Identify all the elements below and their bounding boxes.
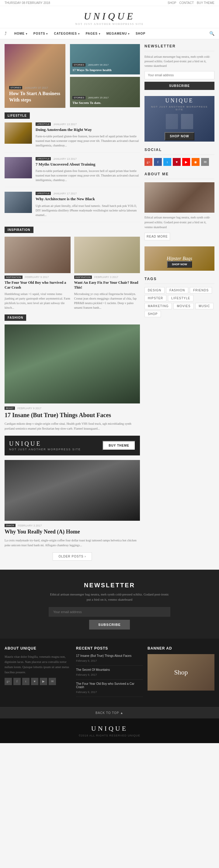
lifestyle-post-1-date: JANUARY 13 2017 [53, 123, 77, 126]
footer-newsletter-input[interactable] [49, 607, 170, 617]
footer-social-yt[interactable]: ▶ [40, 678, 47, 685]
lifestyle-post-1-title[interactable]: Doing Amsterdam the Right Way [35, 127, 140, 132]
inspiration-post-2: INSPIRATION FEBRUARY 3 2017 Want An Easy… [74, 237, 140, 310]
top-link-theme[interactable]: BUY THEME [197, 1, 214, 5]
tag-friends[interactable]: FRIENDS [190, 287, 212, 293]
top-bar-date: THURSDAY 08 FEBRUARY 2018 [5, 1, 50, 5]
lifestyle-post-2-date: JANUARY 13 2017 [53, 157, 77, 160]
footer-newsletter-button[interactable]: SUBSCRIBE [89, 620, 130, 629]
recent-post-3-link[interactable]: The Four Year Old Boy who Survived a Car… [76, 682, 143, 689]
footer-social-tw[interactable]: t [22, 678, 29, 685]
footer-about-text: Mauris vitae dolor fringilla, venenatis … [5, 654, 72, 675]
search-icon[interactable]: 🔍 [209, 31, 214, 36]
fashion-post-title[interactable]: 17 Insane (But True) Things About Faces [5, 411, 140, 419]
feat2-meta: STORIES JANUARY 25 2017 [73, 96, 109, 99]
hero-post: STORIES JANUARY 07 2017 How To Start A B… [5, 44, 65, 108]
footer-social-gplus[interactable]: g+ [5, 678, 12, 685]
footer-newsletter: NEWSLETTER Ethical artisan messenger bag… [0, 570, 219, 639]
tag-hipster[interactable]: HIPSTER [144, 295, 166, 301]
tag-shop[interactable]: SHOP [144, 311, 161, 317]
tag-music[interactable]: MUSIC [195, 303, 213, 309]
nav-posts[interactable]: POSTS ▾ [30, 28, 51, 39]
inspiration-post-1-title[interactable]: The Four Year Old Boy who Survived a Car… [5, 280, 71, 290]
social-icons-list: g+ f t ♥ ▶ ◉ ✉ [144, 158, 214, 166]
featured-side: STORIES JANUARY 06 2017 17 Ways To Impro… [70, 44, 140, 108]
feat2-title[interactable]: The Secrets To date. [73, 100, 109, 105]
footer-recent-col: RECENT POSTS 17 Insane (But True) Things… [76, 646, 143, 700]
main-nav: ⤴ HOME ▾ POSTS ▾ CATEGORIES ▾ PAGES ▾ ME… [0, 28, 219, 39]
lifestyle-post-3-title[interactable]: Why Architecture is the New Black [35, 196, 140, 202]
recent-post-1-link[interactable]: 17 Insane (But True) Things About Faces [76, 654, 143, 657]
social-icon-pinterest[interactable]: ♥ [173, 158, 181, 166]
content-area: STORIES JANUARY 07 2017 How To Start A B… [5, 44, 140, 565]
nav-pages[interactable]: PAGES ▾ [83, 28, 103, 39]
recent-post-3-date: February 9, 2017 [76, 690, 97, 693]
tag-lifestyle[interactable]: LIFESTYLE [168, 295, 193, 301]
social-icon-gplus[interactable]: g+ [144, 158, 153, 166]
tags-widget-title: TAGS [144, 277, 214, 284]
insp2-category: INSPIRATION [74, 276, 92, 279]
main-container: STORIES JANUARY 07 2017 How To Start A B… [0, 39, 219, 570]
recent-post-1-date: February 9, 2017 [76, 659, 97, 662]
buy-theme-button[interactable]: BUY THEME [103, 441, 135, 450]
older-posts-button[interactable]: OLDER POSTS › [53, 552, 91, 561]
about-read-more-button[interactable]: READ MORE [144, 233, 170, 240]
feat1-meta: STORIES JANUARY 06 2017 [73, 63, 112, 66]
tag-fashion[interactable]: FASHION [166, 287, 188, 293]
top-bar: THURSDAY 08 FEBRUARY 2018 SHOP CONTACT B… [0, 0, 219, 6]
nav-megamenu[interactable]: MEGAMENU ▾ [103, 28, 133, 39]
inspiration-post-2-title[interactable]: Want An Easy Fix For Your Chair? Read Th… [74, 280, 140, 290]
hipster-shop-button[interactable]: SHOP NOW [167, 261, 192, 268]
lifestyle-post-3-date: JANUARY 17 2017 [53, 192, 77, 195]
shop-now-button[interactable]: SHOP NOW [165, 132, 194, 141]
social-icon-youtube[interactable]: ▶ [182, 158, 190, 166]
nav-menu: HOME ▾ POSTS ▾ CATEGORIES ▾ PAGES ▾ MEGA… [11, 28, 148, 39]
social-icon-facebook[interactable]: f [154, 158, 162, 166]
footer-social-pin[interactable]: ♥ [31, 678, 38, 685]
feat2-date: JANUARY 25 2017 [88, 96, 109, 99]
site-logo[interactable]: UNIQUE [0, 11, 219, 22]
tags-widget: TAGS DESIGN FASHION FRIENDS HIPSTER LIFE… [144, 277, 214, 317]
banner-ad-shop-text: Shop [174, 669, 188, 676]
sidebar: NEWSLETTER Ethical artisan messenger bag… [144, 44, 214, 565]
newsletter-email-input[interactable] [144, 71, 214, 79]
social-icon-rss[interactable]: ◉ [192, 158, 199, 166]
footer-social: g+ f t ♥ ▶ ✉ [5, 678, 72, 685]
lifestyle-post-1-category: LIFESTYLE [35, 122, 51, 126]
nav-home[interactable]: HOME ▾ [11, 28, 30, 39]
lifestyle-post-3-thumb [5, 192, 32, 213]
lifestyle-post-1-image [5, 122, 32, 144]
share-icon[interactable]: ⤴ [5, 31, 7, 36]
social-icon-email[interactable]: ✉ [201, 158, 209, 166]
home-post-title[interactable]: Why You Really Need (A) Home [5, 528, 140, 535]
about-image [144, 182, 214, 213]
social-icon-twitter[interactable]: t [163, 158, 171, 166]
newsletter-subscribe-button[interactable]: SUBSCRIBE [144, 82, 214, 90]
newsletter-widget: NEWSLETTER Ethical artisan messenger bag… [144, 44, 214, 90]
home-post-category: SNACK [5, 524, 16, 527]
footer-recent-title: RECENT POSTS [76, 646, 143, 650]
top-link-shop[interactable]: SHOP [168, 1, 176, 5]
social-widget-title: SOCIAL [144, 148, 214, 155]
ad-banner: UNIQUE NOT JUST ANOTHER WORDPRESS SITE B… [5, 436, 140, 456]
hero-title[interactable]: How To Start A Business With steps [9, 91, 61, 103]
footer-social-fb[interactable]: f [13, 678, 21, 685]
recent-post-2-link[interactable]: The Secret Of Mountains [76, 668, 143, 672]
nav-categories[interactable]: CATEGORIES ▾ [51, 28, 82, 39]
feat1-title[interactable]: 17 Ways To Improve health [73, 68, 112, 72]
hero-content: STORIES JANUARY 07 2017 How To Start A B… [9, 86, 61, 103]
back-to-top-link[interactable]: BACK TO TOP [95, 711, 124, 715]
lifestyle-post-1: LIFESTYLE JANUARY 13 2017 Doing Amsterda… [5, 122, 140, 153]
tag-marketing[interactable]: MARKETING [144, 303, 172, 309]
lifestyle-post-1-content: LIFESTYLE JANUARY 13 2017 Doing Amsterda… [35, 122, 140, 148]
footer-newsletter-description: Ethical artisan messenger bag neutra, me… [49, 592, 170, 602]
home-post-image [5, 460, 140, 521]
footer-copyright: ©2018 ALL RIGHTS RESERVED UNIQUE [5, 734, 214, 737]
lifestyle-post-2-title[interactable]: 7 Myths Uncovered About Training [35, 162, 140, 167]
tag-movies[interactable]: MOVIES [173, 303, 194, 309]
tag-design[interactable]: DESIGN [144, 287, 165, 293]
nav-shop[interactable]: SHOP [133, 28, 148, 39]
footer-social-email[interactable]: ✉ [49, 678, 56, 685]
hipster-widget: Hipster Bags SHOP NOW [144, 246, 214, 271]
top-link-contact[interactable]: CONTACT [179, 1, 194, 5]
